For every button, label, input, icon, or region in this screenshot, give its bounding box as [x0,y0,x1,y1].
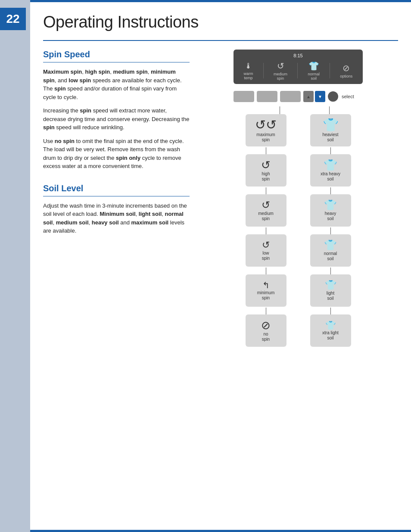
title-divider [43,40,398,41]
vert-connector-1 [266,147,266,154]
two-col-diagram: ↺↺ maximumspin ↺ highspin [234,114,363,348]
diagram-section: 8:15 🌡 warmtemp ↺ mediumspin [198,50,398,348]
chevron-up-button[interactable]: ▲ [303,91,314,102]
vert-connector-s1 [330,147,331,154]
spin-paragraph-3: Use no spin to omit the final spin at th… [43,137,190,171]
soil-divider [43,196,190,196]
spin-item-minimum: ↰ minimumspin [246,274,286,308]
button-3[interactable] [280,91,301,102]
soil-xheavy-label: xtra heavysoil [321,171,340,182]
spin-box-minimum: ↰ minimumspin [246,274,286,307]
panel-icon-warm-temp: 🌡 warmtemp [244,62,253,80]
spin-item-high: ↺ highspin [246,154,286,187]
panel-icons-row: 🌡 warmtemp ↺ mediumspin 👕 normalsoil [239,61,358,81]
spin-low-label: lowspin [262,251,270,261]
button-2[interactable] [257,91,277,102]
main-content: Operating Instructions Spin Speed Maximu… [30,0,411,532]
button-1[interactable] [234,91,254,102]
panel-divider-2 [297,63,298,78]
soil-heavy-label: heavysoil [325,211,336,221]
spin-box-low: ↺ lowspin [246,234,286,267]
panel-icon-normal-soil: 👕 normalsoil [308,61,320,81]
spin-divider [43,62,190,62]
page-wrapper: 22 Operating Instructions Spin Speed Max… [0,0,411,532]
vert-connector-3 [266,227,266,234]
spin-item-low: ↺ lowspin [246,234,286,268]
select-label: select [342,94,354,99]
soil-item-heaviest: 👕 heaviestsoil [310,114,351,147]
soil-item-xheavy: 👕 xtra heavysoil [310,154,351,187]
vert-connector-4 [266,268,266,274]
select-circle-button[interactable] [328,91,338,102]
soil-box-normal: 👕 normalsoil [310,234,351,267]
spin-high-icon: ↺ [261,159,271,171]
page-title: Operating Instructions [43,13,398,31]
spin-low-icon: ↺ [262,240,270,250]
spin-paragraph-1: Maximum spin, high spin, medium spin, mi… [43,68,190,101]
soil-section: Soil Level Adjust the wash time in 3-min… [43,184,190,235]
spin-min-label: minimumspin [257,290,275,301]
chevron-buttons: ▲ ▼ [303,91,325,102]
control-panel: 8:15 🌡 warmtemp ↺ mediumspin [234,50,363,84]
panel-icon-medium-spin: ↺ mediumspin [274,61,287,81]
connector-soil [329,106,330,114]
display-time: 8:15 [239,53,358,58]
spin-item-medium: ↺ mediumspin [246,194,286,227]
soil-box-xheavy: 👕 xtra heavysoil [310,154,351,187]
options-label: options [340,74,352,78]
panel-divider-1 [263,63,264,78]
soil-item-heavy: 👕 heavysoil [310,194,351,227]
content-area: Spin Speed Maximum spin, high spin, medi… [43,50,398,348]
spin-box-maximum: ↺↺ maximumspin [246,114,286,146]
soil-xlight-label: xtra lightsoil [322,330,339,341]
soil-item-light: 👕 lightsoil [310,274,351,308]
soil-item-xlight: 👕 xtra lightsoil [310,314,351,348]
spin-icon: ↺ [277,61,284,71]
vert-connector-s3 [330,227,331,234]
text-section: Spin Speed Maximum spin, high spin, medi… [43,50,190,348]
vert-connector-s2 [330,187,331,194]
warm-temp-label: warmtemp [244,72,253,80]
spin-item-maximum: ↺↺ maximumspin [246,114,286,147]
soil-xlight-icon: 👕 [325,321,336,330]
page-number: 22 [0,8,26,30]
vert-connector-s4 [330,268,331,274]
medium-spin-label: mediumspin [274,72,287,81]
soil-box-light: 👕 lightsoil [310,274,351,307]
vert-connector-5 [266,308,266,314]
soil-xheavy-icon: 👕 [324,159,337,171]
soil-box-heaviest: 👕 heaviestsoil [310,114,351,146]
left-sidebar: 22 [0,0,30,532]
soil-light-icon: 👕 [325,280,336,290]
shirt-icon: 👕 [308,61,319,71]
spin-max-label: maximumspin [256,132,275,143]
normal-soil-label: normalsoil [308,72,320,81]
soil-box-heavy: 👕 heavysoil [310,194,351,227]
thermometer-icon: 🌡 [245,62,252,71]
buttons-row-container: ▲ ▼ select [234,91,363,102]
connector-spin [280,106,280,114]
soil-heavy-icon: 👕 [324,200,337,210]
chevron-down-button[interactable]: ▼ [315,91,325,102]
soil-item-normal: 👕 normalsoil [310,234,351,268]
spin-paragraph-2: Increasing the spin speed will extract m… [43,106,190,132]
spin-heading: Spin Speed [43,50,190,59]
spin-med-icon: ↺ [262,200,270,210]
soil-normal-label: normalsoil [324,251,337,261]
panel-divider-3 [330,63,330,78]
spin-none-label: nospin [262,332,270,342]
spin-none-icon: ⊘ [261,320,271,331]
soil-heaviest-icon: 👕 [323,118,339,131]
spin-max-icon: ↺↺ [255,118,277,131]
vert-connector-2 [266,187,266,194]
soil-column: 👕 heaviestsoil 👕 xtra heavysoil [298,114,363,348]
options-icon: ⊘ [342,63,350,73]
soil-light-label: lightsoil [327,291,334,301]
soil-normal-icon: 👕 [324,240,337,250]
spin-box-high: ↺ highspin [246,154,286,187]
spin-column: ↺↺ maximumspin ↺ highspin [234,114,298,348]
soil-paragraph-1: Adjust the wash time in 3-minute increme… [43,202,190,235]
connector-lines-top [234,106,363,114]
spin-box-medium: ↺ mediumspin [246,194,286,227]
panel-icon-options: ⊘ options [340,63,352,78]
